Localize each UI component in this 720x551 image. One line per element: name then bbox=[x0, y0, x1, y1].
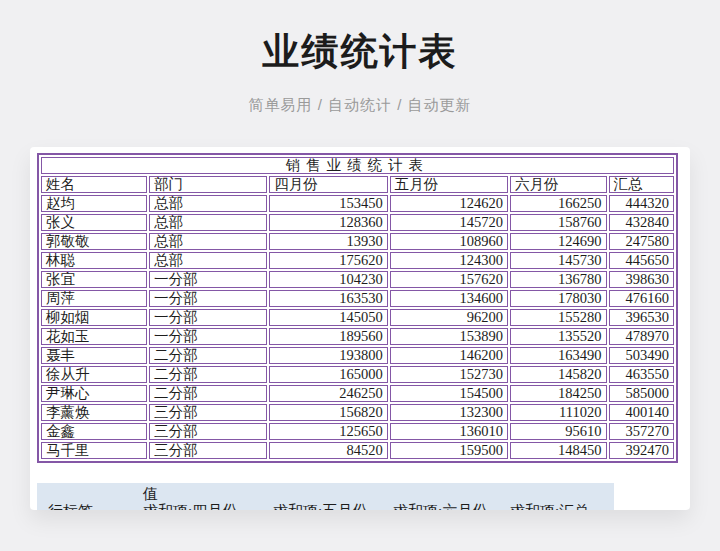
department-cell: 一分部 bbox=[149, 309, 267, 326]
department-cell: 三分部 bbox=[149, 404, 267, 421]
name-cell: 林聪 bbox=[41, 252, 147, 269]
value-cell: 125650 bbox=[269, 423, 387, 440]
value-cell: 400140 bbox=[609, 404, 674, 421]
value-cell: 152730 bbox=[390, 366, 508, 383]
page-title: 业绩统计表 bbox=[0, 0, 720, 77]
value-cell: 146200 bbox=[390, 347, 508, 364]
value-cell: 463550 bbox=[609, 366, 674, 383]
value-cell: 159500 bbox=[390, 442, 508, 459]
value-cell: 136010 bbox=[390, 423, 508, 440]
pivot-sum-total: 求和项:汇总 bbox=[510, 502, 589, 510]
table-row: 金鑫三分部12565013601095610357270 bbox=[41, 423, 674, 440]
table-body: 赵均总部153450124620166250444320张义总部12836014… bbox=[41, 195, 674, 459]
pivot-sum-june: 求和项:六月份 bbox=[393, 502, 487, 510]
value-cell: 392470 bbox=[609, 442, 674, 459]
value-cell: 247580 bbox=[609, 233, 674, 250]
value-cell: 193800 bbox=[269, 347, 387, 364]
value-cell: 166250 bbox=[510, 195, 607, 212]
pivot-table-fragment: 值 行标签 求和项:四月份 求和项:五月份 求和项:六月份 求和项:汇总 bbox=[37, 483, 614, 510]
department-cell: 总部 bbox=[149, 233, 267, 250]
value-cell: 96200 bbox=[390, 309, 508, 326]
value-cell: 155280 bbox=[510, 309, 607, 326]
value-cell: 175620 bbox=[269, 252, 387, 269]
name-cell: 周萍 bbox=[41, 290, 147, 307]
name-cell: 柳如烟 bbox=[41, 309, 147, 326]
value-cell: 13930 bbox=[269, 233, 387, 250]
value-cell: 128360 bbox=[269, 214, 387, 231]
value-cell: 108960 bbox=[390, 233, 508, 250]
value-cell: 111020 bbox=[510, 404, 607, 421]
value-cell: 432840 bbox=[609, 214, 674, 231]
department-cell: 二分部 bbox=[149, 366, 267, 383]
table-row: 聂丰二分部193800146200163490503490 bbox=[41, 347, 674, 364]
pivot-row-label: 行标签 bbox=[48, 502, 93, 510]
value-cell: 165000 bbox=[269, 366, 387, 383]
department-cell: 一分部 bbox=[149, 290, 267, 307]
name-cell: 张宜 bbox=[41, 271, 147, 288]
value-cell: 158760 bbox=[510, 214, 607, 231]
value-cell: 398630 bbox=[609, 271, 674, 288]
value-cell: 124690 bbox=[510, 233, 607, 250]
name-cell: 李薰焕 bbox=[41, 404, 147, 421]
department-cell: 二分部 bbox=[149, 385, 267, 402]
value-cell: 478970 bbox=[609, 328, 674, 345]
table-row: 林聪总部175620124300145730445650 bbox=[41, 252, 674, 269]
table-row: 花如玉一分部189560153890135520478970 bbox=[41, 328, 674, 345]
value-cell: 444320 bbox=[609, 195, 674, 212]
sales-table: 销售业绩统计表 姓名部门四月份五月份六月份汇总 赵均总部153450124620… bbox=[39, 155, 676, 461]
name-cell: 聂丰 bbox=[41, 347, 147, 364]
column-header-3: 五月份 bbox=[390, 176, 508, 193]
value-cell: 178030 bbox=[510, 290, 607, 307]
value-cell: 95610 bbox=[510, 423, 607, 440]
value-cell: 445650 bbox=[609, 252, 674, 269]
value-cell: 585000 bbox=[609, 385, 674, 402]
spreadsheet-preview-card: 销售业绩统计表 姓名部门四月份五月份六月份汇总 赵均总部153450124620… bbox=[30, 147, 690, 510]
pivot-sum-may: 求和项:五月份 bbox=[273, 502, 367, 510]
name-cell: 徐从升 bbox=[41, 366, 147, 383]
table-row: 李薰焕三分部156820132300111020400140 bbox=[41, 404, 674, 421]
column-header-5: 汇总 bbox=[609, 176, 674, 193]
table-row: 周萍一分部163530134600178030476160 bbox=[41, 290, 674, 307]
value-cell: 153450 bbox=[269, 195, 387, 212]
value-cell: 124300 bbox=[390, 252, 508, 269]
table-row: 张义总部128360145720158760432840 bbox=[41, 214, 674, 231]
value-cell: 145050 bbox=[269, 309, 387, 326]
sheet-title-row: 销售业绩统计表 bbox=[41, 157, 674, 174]
column-header-row: 姓名部门四月份五月份六月份汇总 bbox=[41, 176, 674, 193]
department-cell: 总部 bbox=[149, 252, 267, 269]
page-subtitle: 简单易用 / 自动统计 / 自动更新 bbox=[0, 96, 720, 115]
department-cell: 总部 bbox=[149, 214, 267, 231]
table-row: 张宜一分部104230157620136780398630 bbox=[41, 271, 674, 288]
column-header-0: 姓名 bbox=[41, 176, 147, 193]
value-cell: 184250 bbox=[510, 385, 607, 402]
table-row: 柳如烟一分部14505096200155280396530 bbox=[41, 309, 674, 326]
value-cell: 145730 bbox=[510, 252, 607, 269]
name-cell: 赵均 bbox=[41, 195, 147, 212]
pivot-sum-april: 求和项:四月份 bbox=[143, 502, 237, 510]
name-cell: 尹琳心 bbox=[41, 385, 147, 402]
value-cell: 163490 bbox=[510, 347, 607, 364]
value-cell: 246250 bbox=[269, 385, 387, 402]
value-cell: 134600 bbox=[390, 290, 508, 307]
sales-table-frame: 销售业绩统计表 姓名部门四月份五月份六月份汇总 赵均总部153450124620… bbox=[37, 153, 678, 463]
value-cell: 163530 bbox=[269, 290, 387, 307]
value-cell: 145820 bbox=[510, 366, 607, 383]
value-cell: 132300 bbox=[390, 404, 508, 421]
table-row: 马千里三分部84520159500148450392470 bbox=[41, 442, 674, 459]
column-header-2: 四月份 bbox=[269, 176, 387, 193]
page-header: 业绩统计表 简单易用 / 自动统计 / 自动更新 bbox=[0, 0, 720, 115]
column-header-4: 六月份 bbox=[510, 176, 607, 193]
table-row: 尹琳心二分部246250154500184250585000 bbox=[41, 385, 674, 402]
department-cell: 一分部 bbox=[149, 328, 267, 345]
value-cell: 84520 bbox=[269, 442, 387, 459]
value-cell: 135520 bbox=[510, 328, 607, 345]
sheet-title: 销售业绩统计表 bbox=[41, 157, 674, 174]
value-cell: 104230 bbox=[269, 271, 387, 288]
table-row: 徐从升二分部165000152730145820463550 bbox=[41, 366, 674, 383]
value-cell: 153890 bbox=[390, 328, 508, 345]
department-cell: 一分部 bbox=[149, 271, 267, 288]
value-cell: 476160 bbox=[609, 290, 674, 307]
value-cell: 136780 bbox=[510, 271, 607, 288]
value-cell: 357270 bbox=[609, 423, 674, 440]
value-cell: 156820 bbox=[269, 404, 387, 421]
